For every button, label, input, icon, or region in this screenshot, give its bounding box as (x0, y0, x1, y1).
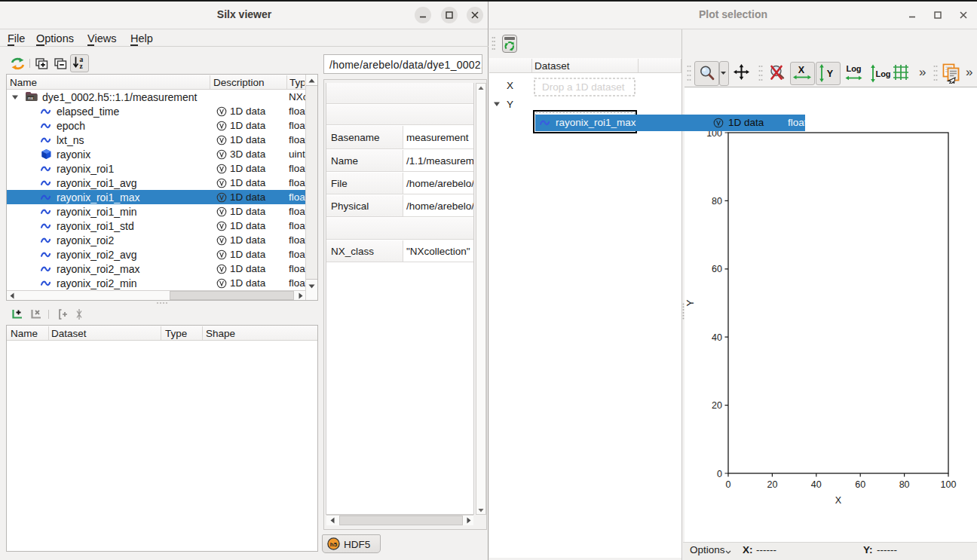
svg-text:40: 40 (712, 332, 722, 343)
svg-text:0: 0 (726, 479, 731, 490)
svg-text:Log: Log (875, 69, 890, 78)
svg-text:40: 40 (811, 479, 822, 490)
svg-text:0: 0 (717, 469, 722, 479)
svg-text:Log: Log (846, 64, 861, 73)
svg-text:h5: h5 (330, 541, 338, 548)
svg-text:Y: Y (827, 69, 834, 79)
svg-text:20: 20 (712, 400, 722, 411)
svg-text:X: X (835, 495, 842, 506)
svg-text:20: 20 (767, 479, 777, 490)
svg-text:X: X (798, 65, 805, 75)
svg-text:80: 80 (712, 196, 722, 207)
svg-text:Y: Y (685, 299, 696, 306)
svg-text:60: 60 (855, 479, 865, 490)
svg-text:z: z (80, 63, 84, 69)
svg-text:80: 80 (899, 479, 910, 490)
svg-text:100: 100 (941, 479, 957, 490)
svg-text:60: 60 (712, 264, 722, 274)
